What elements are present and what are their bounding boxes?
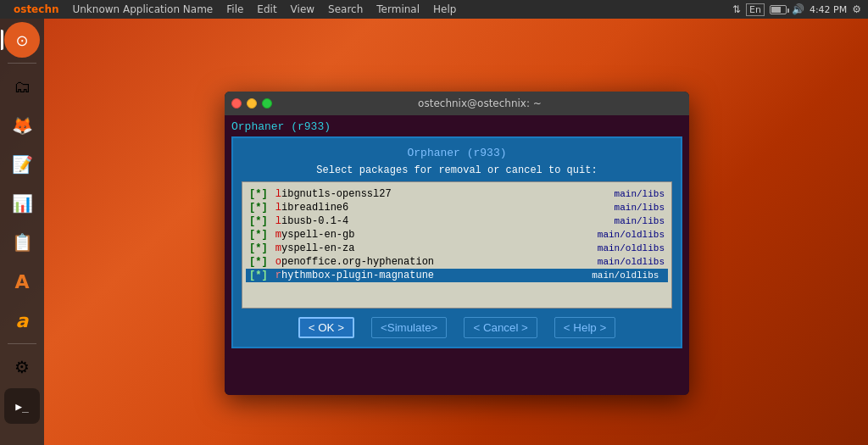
menu-view[interactable]: View <box>284 2 321 17</box>
menu-edit[interactable]: Edit <box>250 2 283 17</box>
window-minimize-button[interactable] <box>247 98 257 108</box>
sidebar-item-impress[interactable]: 📋 <box>4 225 40 260</box>
package-row-selected[interactable]: [*] rhythmbox-plugin-magnatune main/oldl… <box>246 269 668 282</box>
pkg-name: libgnutls-openssl27 <box>275 188 615 200</box>
orphaner-dialog[interactable]: Orphaner (r933) Select packages for remo… <box>231 136 682 348</box>
power-icon[interactable]: ⚙ <box>852 3 861 15</box>
window-maximize-button[interactable] <box>262 98 272 108</box>
package-row[interactable]: [*] myspell-en-za main/oldlibs <box>246 242 668 255</box>
pkg-checkbox: [*] <box>249 242 274 254</box>
sidebar: ⊙ 🗂 🦊 📝 📊 📋 A a ⚙ ▶_ <box>0 19 44 445</box>
terminal-body[interactable]: Orphaner (r933) Orphaner (r933) Select p… <box>225 115 689 395</box>
sidebar-item-firefox[interactable]: 🦊 <box>4 108 40 143</box>
pkg-section: main/libs <box>615 203 665 213</box>
tray-network-icon: ⇅ <box>732 3 741 15</box>
simulate-button[interactable]: <Simulate> <box>371 317 447 338</box>
help-button[interactable]: < Help > <box>554 317 615 338</box>
package-row[interactable]: [*] myspell-en-gb main/oldlibs <box>246 228 668 242</box>
sidebar-item-files[interactable]: 🗂 <box>4 69 40 104</box>
tray-lang[interactable]: En <box>746 3 765 16</box>
writer-icon: 📝 <box>12 154 33 175</box>
sidebar-divider-2 <box>8 343 36 344</box>
pkg-section: main/oldlibs <box>598 230 665 240</box>
pkg-name: libreadline6 <box>275 202 615 214</box>
ok-button[interactable]: < OK > <box>298 317 354 338</box>
orphaner-label: Orphaner (r933) <box>231 120 682 133</box>
pkg-section: main/libs <box>615 189 665 199</box>
tray-volume-icon: 🔊 <box>792 3 804 15</box>
pkg-section: main/oldlibs <box>587 270 665 281</box>
sidebar-divider-1 <box>8 63 36 64</box>
package-list-wrapper: [*] libgnutls-openssl27 main/libs [*] li… <box>242 181 672 309</box>
settings-icon: ⚙ <box>14 357 30 377</box>
system-tray: ⇅ En 🔊 4:42 PM ⚙ <box>732 3 861 16</box>
sidebar-item-terminal[interactable]: ▶_ <box>4 388 40 424</box>
window-close-button[interactable] <box>231 98 242 108</box>
sidebar-item-font[interactable]: A <box>4 264 40 299</box>
sidebar-item-ubuntu[interactable]: ⊙ <box>4 22 40 58</box>
package-row[interactable]: [*] libgnutls-openssl27 main/libs <box>246 187 668 201</box>
package-row[interactable]: [*] libusb-0.1-4 main/libs <box>246 214 668 228</box>
terminal-window: ostechnix@ostechnix: ~ Orphaner (r933) O… <box>225 92 689 395</box>
ubuntu-logo: ⊙ <box>15 31 28 49</box>
menu-search[interactable]: Search <box>321 2 370 17</box>
calc-icon: 📊 <box>12 193 33 214</box>
dialog-title: Orphaner (r933) <box>242 147 672 159</box>
pkg-checkbox: [*] <box>249 270 274 281</box>
pkg-name: libusb-0.1-4 <box>275 215 615 227</box>
pkg-section: main/oldlibs <box>598 257 665 267</box>
sidebar-item-calc[interactable]: 📊 <box>4 186 40 221</box>
package-row[interactable]: [*] libreadline6 main/libs <box>246 201 668 214</box>
pkg-checkbox: [*] <box>249 202 274 214</box>
terminal-icon: ▶_ <box>15 400 29 413</box>
font-icon: A <box>14 271 29 292</box>
amazon-icon: a <box>16 310 29 331</box>
pkg-name: myspell-en-za <box>275 242 598 254</box>
cancel-button[interactable]: < Cancel > <box>464 317 537 338</box>
package-list[interactable]: [*] libgnutls-openssl27 main/libs [*] li… <box>242 181 672 309</box>
sidebar-item-amazon[interactable]: a <box>4 303 40 338</box>
firefox-icon: 🦊 <box>12 115 33 136</box>
sidebar-item-writer[interactable]: 📝 <box>4 147 40 182</box>
clock: 4:42 PM <box>810 4 847 15</box>
pkg-name: openoffice.org-hyphenation <box>275 256 598 268</box>
terminal-titlebar: ostechnix@ostechnix: ~ <box>225 92 689 115</box>
impress-icon: 📋 <box>12 232 33 253</box>
terminal-title: ostechnix@ostechnix: ~ <box>277 97 682 109</box>
app-full-name[interactable]: Unknown Application Name <box>65 2 220 17</box>
dialog-buttons: < OK > <Simulate> < Cancel > < Help > <box>242 317 672 338</box>
pkg-section: main/libs <box>615 216 665 226</box>
menu-terminal[interactable]: Terminal <box>370 2 426 17</box>
package-row[interactable]: [*] openoffice.org-hyphenation main/oldl… <box>246 255 668 269</box>
pkg-checkbox: [*] <box>249 215 274 227</box>
menu-left: ostechn Unknown Application Name File Ed… <box>7 2 732 17</box>
pkg-checkbox: [*] <box>249 229 274 241</box>
battery-icon <box>770 5 787 14</box>
files-icon: 🗂 <box>14 76 31 97</box>
dialog-subtitle: Select packages for removal or cancel to… <box>242 164 672 176</box>
menu-help[interactable]: Help <box>426 2 463 17</box>
sidebar-item-settings[interactable]: ⚙ <box>4 349 40 385</box>
top-menubar: ostechn Unknown Application Name File Ed… <box>0 0 868 19</box>
pkg-checkbox: [*] <box>249 256 274 268</box>
pkg-name: rhythmbox-plugin-magnatune <box>275 270 587 281</box>
menu-file[interactable]: File <box>220 2 250 17</box>
pkg-checkbox: [*] <box>249 188 274 200</box>
app-short-name[interactable]: ostechn <box>7 2 65 17</box>
pkg-name: myspell-en-gb <box>275 229 598 241</box>
pkg-section: main/oldlibs <box>598 243 665 253</box>
